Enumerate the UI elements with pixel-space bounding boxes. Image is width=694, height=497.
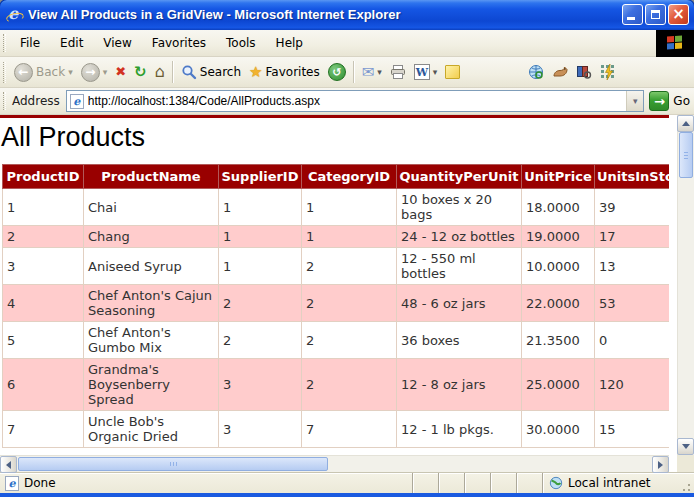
forward-icon: → [81, 63, 100, 82]
table-row: 4Chef Anton's Cajun Seasoning2248 - 6 oz… [3, 285, 670, 322]
address-input[interactable] [88, 92, 627, 110]
menu-item-help[interactable]: Help [266, 32, 313, 54]
column-header-unitprice: UnitPrice [522, 165, 595, 189]
toolbar-grip [3, 62, 6, 83]
discuss-button[interactable] [441, 59, 464, 85]
search-label: Search [200, 65, 241, 79]
column-header-categoryid: CategoryID [302, 165, 397, 189]
go-button[interactable]: → Go [649, 91, 690, 111]
table-cell: 30.0000 [522, 411, 595, 448]
scroll-up-icon [682, 121, 690, 126]
back-label: Back [36, 65, 65, 79]
status-ie-icon: e [5, 476, 19, 491]
table-row: 5Chef Anton's Gumbo Mix2236 boxes21.3500… [3, 322, 670, 359]
maximize-button[interactable] [645, 4, 666, 25]
menu-item-view[interactable]: View [93, 32, 141, 54]
stop-button[interactable]: ✖ [111, 59, 130, 85]
table-cell: 21.3500 [522, 322, 595, 359]
history-button[interactable]: ↺ [324, 59, 350, 85]
home-icon: ⌂ [155, 64, 165, 80]
status-bar: e Done Local intranet [0, 472, 694, 493]
status-pane [438, 473, 464, 493]
discuss-note-icon [445, 65, 460, 79]
windows-flag-icon [667, 35, 683, 50]
messenger-button[interactable] [596, 59, 620, 85]
menu-item-favorites[interactable]: Favorites [142, 32, 216, 54]
table-cell: Chai [84, 189, 219, 226]
table-cell: 4 [3, 285, 84, 322]
table-cell: 0 [595, 322, 670, 359]
horizontal-scroll-thumb[interactable] [18, 457, 328, 471]
page-content: All Products ProductIDProductNameSupplie… [0, 115, 669, 455]
table-cell: 120 [595, 359, 670, 411]
edit-with-word-button[interactable]: W ▾ [410, 59, 442, 85]
forward-button[interactable]: → ▾ [77, 59, 112, 85]
products-gridview: ProductIDProductNameSupplierIDCategoryID… [2, 164, 669, 448]
refresh-button[interactable]: ↻ [130, 59, 151, 85]
menu-item-tools[interactable]: Tools [216, 32, 266, 54]
table-cell: 10 boxes x 20 bags [397, 189, 522, 226]
toolbar-grip [3, 92, 6, 110]
minimize-button[interactable] [622, 4, 643, 25]
scroll-down-button[interactable] [677, 438, 694, 455]
status-pane [412, 473, 438, 493]
toolbar-grip [3, 34, 6, 52]
table-cell: 2 [302, 359, 397, 411]
table-cell: 19.0000 [522, 226, 595, 248]
close-button[interactable]: × [668, 4, 689, 25]
research-books-icon [576, 64, 592, 80]
table-cell: 25.0000 [522, 359, 595, 411]
scroll-right-button[interactable] [652, 456, 669, 473]
table-cell: Chef Anton's Gumbo Mix [84, 322, 219, 359]
scrollbar-corner [677, 455, 694, 472]
go-arrow-icon: → [649, 91, 669, 111]
table-cell: 7 [302, 411, 397, 448]
table-cell: Aniseed Syrup [84, 248, 219, 285]
vertical-scrollbar[interactable] [677, 115, 694, 455]
search-icon [181, 64, 197, 80]
status-pane [490, 473, 516, 493]
close-icon: × [672, 7, 685, 22]
table-cell: 5 [3, 322, 84, 359]
table-cell: 24 - 12 oz bottles [397, 226, 522, 248]
refresh-icon: ↻ [134, 64, 147, 80]
vertical-scroll-thumb[interactable] [679, 132, 693, 178]
horizontal-scrollbar[interactable] [0, 455, 669, 472]
mail-button[interactable]: ✉ ▾ [358, 59, 386, 85]
print-button[interactable] [386, 59, 410, 85]
table-cell: 1 [219, 189, 302, 226]
mail-dropdown-icon: ▾ [377, 67, 382, 77]
scroll-left-icon [6, 461, 11, 469]
favorites-button[interactable]: ★ Favorites [245, 59, 324, 85]
msn-button[interactable] [524, 59, 548, 85]
table-cell: 2 [3, 226, 84, 248]
table-row: 1Chai1110 boxes x 20 bags18.000039 [3, 189, 670, 226]
scroll-up-button[interactable] [677, 115, 694, 132]
table-cell: 36 boxes [397, 322, 522, 359]
research-button[interactable] [572, 59, 596, 85]
scroll-left-button[interactable] [0, 456, 17, 473]
table-cell: 6 [3, 359, 84, 411]
back-button[interactable]: ← Back ▾ [10, 59, 77, 85]
search-companion-button[interactable] [548, 59, 572, 85]
search-button[interactable]: Search [177, 59, 245, 85]
back-dropdown-icon: ▾ [68, 67, 73, 77]
status-text: Done [24, 476, 56, 490]
address-dropdown-button[interactable]: ▾ [626, 91, 643, 111]
edit-dropdown-icon: ▾ [433, 67, 438, 77]
favorites-icon: ★ [249, 64, 262, 80]
home-button[interactable]: ⌂ [151, 59, 169, 85]
resize-grip[interactable] [679, 480, 692, 493]
table-cell: 12 - 550 ml bottles [397, 248, 522, 285]
table-cell: 12 - 8 oz jars [397, 359, 522, 411]
table-cell: 17 [595, 226, 670, 248]
menu-item-file[interactable]: File [10, 32, 50, 54]
table-cell: 18.0000 [522, 189, 595, 226]
word-icon: W [414, 64, 430, 80]
stop-icon: ✖ [115, 64, 126, 80]
table-row: 2Chang1124 - 12 oz bottles19.000017 [3, 226, 670, 248]
menu-item-edit[interactable]: Edit [50, 32, 93, 54]
address-field: e ▾ [66, 90, 645, 112]
table-cell: 39 [595, 189, 670, 226]
table-cell: Chef Anton's Cajun Seasoning [84, 285, 219, 322]
